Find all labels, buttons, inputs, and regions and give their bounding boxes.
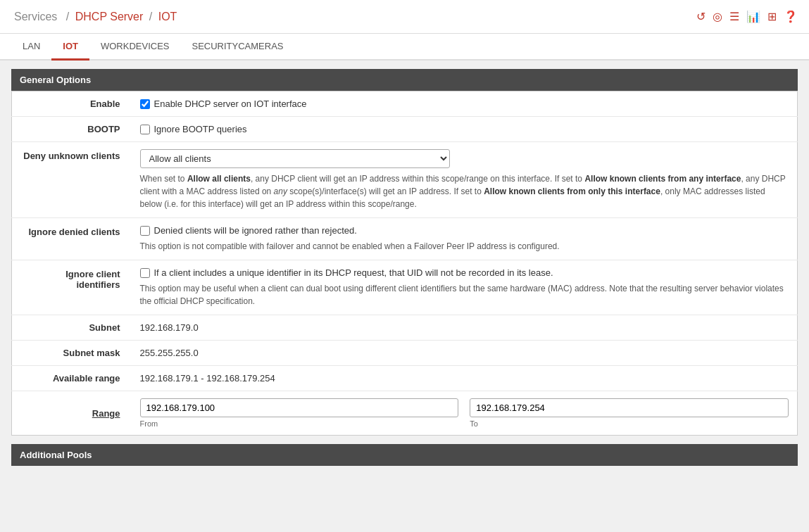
subnet-mask-static: 255.255.255.0 (140, 343, 199, 362)
ignore-denied-value: Denied clients will be ignored rather th… (132, 218, 798, 260)
tab-securitycameras[interactable]: SECURITYCAMERAS (180, 34, 294, 61)
header: Services / DHCP Server / IOT ↺ ◎ ☰ 📊 ⊞ ❓ (0, 0, 809, 34)
subnet-row: Subnet 192.168.179.0 (12, 315, 798, 341)
ignore-denied-checkbox-row[interactable]: Denied clients will be ignored rather th… (140, 225, 789, 236)
bootp-checkbox-label: Ignore BOOTP queries (154, 124, 247, 134)
subnet-value: 192.168.179.0 (132, 315, 798, 341)
content: General Options Enable Enable DHCP serve… (0, 61, 809, 474)
available-range-row: Available range 192.168.179.1 - 192.168.… (12, 366, 798, 391)
available-range-static: 192.168.179.1 - 192.168.179.254 (140, 369, 275, 388)
circle-icon[interactable]: ◎ (713, 10, 722, 23)
range-from-input[interactable] (140, 398, 459, 417)
ignore-client-id-checkbox[interactable] (140, 268, 150, 278)
ignore-denied-description: This option is not compatible with failo… (140, 240, 789, 253)
deny-unknown-clients-select[interactable]: Allow all clients Allow known clients fr… (140, 149, 450, 168)
ignore-denied-label: Ignore denied clients (12, 218, 132, 260)
range-row: Range From To (12, 391, 798, 436)
range-inputs: From To (140, 398, 789, 428)
breadcrumb-sep1: / (66, 11, 69, 23)
bootp-checkbox[interactable] (140, 125, 150, 134)
subnet-static: 192.168.179.0 (140, 318, 199, 337)
deny-unknown-clients-label: Deny unknown clients (12, 142, 132, 218)
breadcrumb-dhcp[interactable]: DHCP Server (75, 11, 144, 23)
ignore-denied-checkbox-label: Denied clients will be ignored rather th… (154, 225, 357, 236)
range-to-input[interactable] (470, 398, 789, 417)
breadcrumb-services: Services (14, 11, 57, 23)
header-icons: ↺ ◎ ☰ 📊 ⊞ ❓ (696, 10, 798, 23)
ignore-client-id-label: Ignore client identifiers (12, 260, 132, 315)
subnet-mask-label: Subnet mask (12, 341, 132, 366)
deny-unknown-clients-row: Deny unknown clients Allow all clients A… (12, 142, 798, 218)
breadcrumb-sep2: / (149, 11, 152, 23)
ignore-client-identifiers-row: Ignore client identifiers If a client in… (12, 260, 798, 315)
range-from-label: From (140, 419, 459, 428)
enable-checkbox-label: Enable DHCP server on IOT interface (154, 99, 307, 109)
bootp-label: BOOTP (12, 117, 132, 142)
ignore-client-id-checkbox-row[interactable]: If a client includes a unique identifier… (140, 267, 789, 278)
subnet-label: Subnet (12, 315, 132, 341)
breadcrumb: Services / DHCP Server / IOT (11, 11, 177, 23)
range-label-text: Range (92, 408, 120, 419)
ignore-denied-clients-row: Ignore denied clients Denied clients wil… (12, 218, 798, 260)
deny-unknown-clients-value: Allow all clients Allow known clients fr… (132, 142, 798, 218)
grid-icon[interactable]: ⊞ (767, 10, 777, 23)
refresh-icon[interactable]: ↺ (696, 10, 705, 23)
additional-pools-header: Additional Pools (11, 444, 798, 466)
tab-lan[interactable]: LAN (11, 34, 51, 61)
chart-icon[interactable]: 📊 (746, 10, 760, 23)
available-range-label: Available range (12, 366, 132, 391)
bootp-checkbox-row[interactable]: Ignore BOOTP queries (140, 124, 789, 134)
bootp-value: Ignore BOOTP queries (132, 117, 798, 142)
deny-description: When set to Allow all clients, any DHCP … (140, 172, 789, 210)
ignore-denied-checkbox[interactable] (140, 226, 150, 236)
range-label: Range (12, 391, 132, 436)
bootp-row: BOOTP Ignore BOOTP queries (12, 117, 798, 142)
range-to-label: To (470, 419, 789, 428)
ignore-client-id-description: This option may be useful when a client … (140, 282, 789, 308)
range-from-field: From (140, 398, 459, 428)
available-range-value: 192.168.179.1 - 192.168.179.254 (132, 366, 798, 391)
general-options-header: General Options (11, 69, 798, 91)
general-options-table: Enable Enable DHCP server on IOT interfa… (11, 91, 798, 436)
enable-label: Enable (12, 91, 132, 117)
sliders-icon[interactable]: ☰ (729, 10, 739, 23)
subnet-mask-value: 255.255.255.0 (132, 341, 798, 366)
tab-workdevices[interactable]: WORKDEVICES (89, 34, 181, 61)
ignore-client-id-value: If a client includes a unique identifier… (132, 260, 798, 315)
enable-checkbox[interactable] (140, 99, 150, 109)
range-to-field: To (470, 398, 789, 428)
enable-row: Enable Enable DHCP server on IOT interfa… (12, 91, 798, 117)
help-icon[interactable]: ❓ (784, 10, 798, 23)
subnet-mask-row: Subnet mask 255.255.255.0 (12, 341, 798, 366)
enable-checkbox-row[interactable]: Enable DHCP server on IOT interface (140, 99, 789, 109)
ignore-client-id-checkbox-label: If a client includes a unique identifier… (154, 267, 553, 278)
range-value: From To (132, 391, 798, 436)
enable-value: Enable DHCP server on IOT interface (132, 91, 798, 117)
breadcrumb-iot[interactable]: IOT (158, 11, 177, 23)
tabs: LAN IOT WORKDEVICES SECURITYCAMERAS (0, 34, 809, 61)
tab-iot[interactable]: IOT (51, 34, 89, 61)
